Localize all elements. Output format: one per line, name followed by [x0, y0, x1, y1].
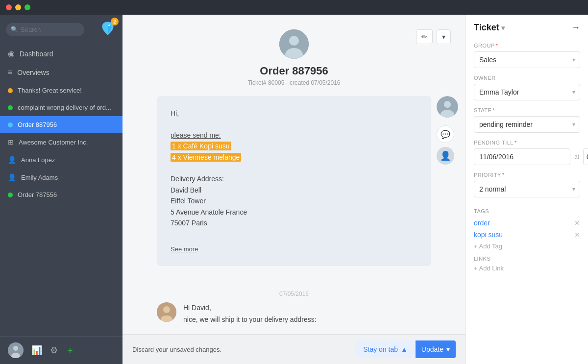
sidebar-item-order787556[interactable]: Order 787556 [0, 186, 122, 203]
status-dot [8, 88, 13, 93]
pending-field: PENDING TILL * at [474, 140, 580, 165]
chevron-up-icon: ▲ [401, 345, 408, 353]
grid-icon: ⊞ [8, 138, 14, 146]
chevron-down-icon: ▾ [501, 24, 505, 32]
sidebar-item-order887956[interactable]: Order 887956 [0, 116, 122, 133]
tag-remove-kopi-susu[interactable]: ✕ [574, 231, 580, 239]
group-label: GROUP * [474, 43, 580, 49]
links-section: LINKS + Add Link [474, 256, 580, 272]
user-avatar[interactable] [8, 342, 24, 358]
sidebar-item-thanks[interactable]: Thanks! Great service! [0, 82, 122, 99]
sidebar: 🔍 2 ◉ Dashboard ≡ Overviews Tha [0, 15, 122, 364]
status-dot [8, 193, 13, 197]
overviews-icon: ≡ [8, 68, 12, 77]
tag-text-order: order [474, 219, 490, 227]
address-line2: Eiffel Tower [171, 195, 417, 206]
close-dot[interactable] [6, 4, 12, 10]
tag-remove-order[interactable]: ✕ [574, 219, 580, 227]
chevron-down-icon: ▾ [446, 345, 450, 353]
email-bubble-wrap: Hi, please send me: 1 x Café Kopi susu 4… [122, 96, 466, 276]
person-placeholder-icon: 👤 [437, 147, 454, 165]
priority-select-wrapper: 1 low 2 normal 3 high 4 urgent ▾ [474, 181, 580, 197]
main-content: ✏ ▾ Order 887956 Ticket# 80005 - created… [122, 15, 466, 364]
group-select[interactable]: Sales Support Marketing [474, 51, 580, 68]
tags-section: TAGS order ✕ kopi susu ✕ + Add Tag [474, 208, 580, 250]
stay-on-tab-button[interactable]: Stay on tab ▲ [355, 340, 416, 358]
email-title: Order 887956 [260, 65, 328, 77]
add-tag-button[interactable]: + Add Tag [474, 243, 580, 250]
pencil-button[interactable]: ✏ [416, 29, 433, 44]
see-more-link[interactable]: See more [171, 244, 198, 255]
highlight-item2: 4 x Viennese melange [171, 153, 241, 162]
link-text[interactable]: please send me: [171, 131, 221, 139]
pending-date-input[interactable] [474, 148, 570, 165]
ticket-label: Emily Adams [21, 174, 58, 181]
person-icon: 👤 [8, 173, 16, 181]
sidebar-search-area: 🔍 2 [0, 15, 122, 44]
dropdown-button[interactable]: ▾ [437, 29, 451, 44]
discard-text: Discard your unsaved changes. [132, 346, 221, 353]
add-icon[interactable]: ＋ [66, 344, 74, 356]
svg-point-2 [13, 346, 18, 351]
analytics-icon[interactable]: 📊 [31, 345, 42, 356]
email-bubble: Hi, please send me: 1 x Café Kopi susu 4… [157, 96, 431, 266]
panel-nav-arrow[interactable]: → [571, 23, 580, 33]
address-line1: David Bell [171, 185, 417, 195]
sidebar-item-dashboard[interactable]: ◉ Dashboard [0, 44, 122, 63]
priority-select[interactable]: 1 low 2 normal 3 high 4 urgent [474, 181, 580, 197]
state-select-wrapper: pending reminder open closed resolved ▾ [474, 116, 580, 133]
pending-label: PENDING TILL * [474, 140, 580, 146]
reply-bubble: Hi David, nice, we will ship it to your … [157, 302, 431, 334]
state-select[interactable]: pending reminder open closed resolved [474, 116, 580, 133]
bottom-action-buttons: Stay on tab ▲ Update ▾ [355, 340, 456, 358]
minimize-dot[interactable] [15, 4, 21, 10]
panel-title-text: Ticket [474, 23, 499, 33]
status-dot [8, 122, 13, 127]
bottom-bar: Discard your unsaved changes. Stay on ta… [122, 334, 466, 364]
pending-time-input[interactable] [583, 148, 588, 165]
avatar-image [279, 29, 309, 59]
tag-text-kopi-susu: kopi susu [474, 231, 503, 239]
sidebar-item-anna-lopez[interactable]: 👤 Anna Lopez [0, 151, 122, 169]
svg-point-5 [289, 36, 299, 46]
update-label: Update [421, 345, 443, 353]
notification-badge: 2 [111, 18, 119, 25]
add-link-button[interactable]: + Add Link [474, 265, 580, 272]
reply-sender-avatar [157, 302, 176, 322]
at-label: at [574, 153, 579, 160]
owner-label: OWNER [474, 75, 580, 81]
logo-area: 2 [99, 20, 117, 39]
ticket-label: Awesome Customer Inc. [19, 139, 88, 146]
maximize-dot[interactable] [24, 4, 30, 10]
sidebar-item-complaint[interactable]: complaint wrong delivery of ord... [0, 99, 122, 116]
sidebar-item-awesome-customer[interactable]: ⊞ Awesome Customer Inc. [0, 133, 122, 151]
tag-order: order ✕ [474, 217, 580, 229]
email-body: Hi, please send me: 1 x Café Kopi susu 4… [171, 108, 417, 254]
ticket-label: Thanks! Great service! [18, 87, 82, 94]
pending-date-time-row: at [474, 148, 580, 165]
links-label: LINKS [474, 256, 580, 262]
update-button[interactable]: Update ▾ [416, 340, 456, 358]
svg-point-0 [108, 24, 110, 26]
tag-kopi-susu: kopi susu ✕ [474, 229, 580, 241]
sidebar-item-overviews[interactable]: ≡ Overviews [0, 63, 122, 82]
sidebar-item-emily-adams[interactable]: 👤 Emily Adams [0, 169, 122, 186]
highlight-item1: 1 x Café Kopi susu [171, 142, 231, 150]
date-separator: 07/05/2016 [279, 291, 309, 297]
panel-header: Ticket ▾ → [474, 23, 580, 33]
search-icon: 🔍 [11, 26, 18, 33]
avatar-image [8, 342, 24, 358]
person-icon: 👤 [8, 156, 16, 164]
ticket-label: Order 887956 [18, 121, 57, 128]
svg-point-11 [163, 306, 170, 313]
bubble-side-actions: 💬 👤 [437, 96, 458, 165]
reply-avatar [437, 96, 458, 118]
owner-select-wrapper: Emma Taylor John Smith Anna Lopez ▾ [474, 84, 580, 100]
owner-select[interactable]: Emma Taylor John Smith Anna Lopez [474, 84, 580, 100]
chat-icon-btn[interactable]: 💬 [437, 125, 454, 143]
right-panel: Ticket ▾ → GROUP * Sales Support Marketi… [466, 15, 588, 364]
panel-title: Ticket ▾ [474, 23, 505, 33]
group-field: GROUP * Sales Support Marketing ▾ [474, 43, 580, 68]
ticket-label: complaint wrong delivery of ord... [18, 104, 111, 111]
settings-icon[interactable]: ⚙ [50, 345, 58, 356]
